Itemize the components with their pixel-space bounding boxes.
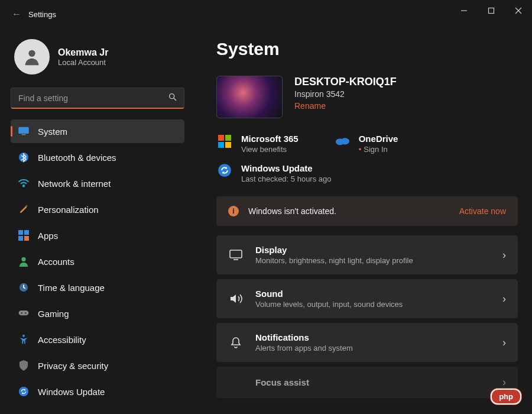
microsoft-logo-icon: [216, 134, 233, 148]
user-name: Okemwa Jr: [58, 47, 108, 58]
tile-windows-update[interactable]: Windows Update Last checked: 5 hours ago: [216, 163, 518, 183]
sidebar-item-accounts[interactable]: Accounts: [11, 250, 184, 273]
search-wrap: [11, 88, 184, 109]
display-icon: [228, 249, 244, 261]
svg-rect-14: [18, 236, 23, 241]
gamepad-icon: [18, 308, 30, 319]
sidebar-item-label: Network & internet: [38, 179, 111, 189]
rename-link[interactable]: Rename: [294, 101, 326, 111]
svg-point-25: [218, 164, 231, 177]
user-account-type: Local Account: [58, 58, 108, 67]
main: System DESKTOP-KROIQ1F Inspiron 3542 Ren…: [195, 28, 532, 414]
sidebar: Okemwa Jr Local Account System Bluetooth…: [0, 28, 195, 414]
card-title: Notifications: [255, 332, 491, 342]
tile-microsoft-365[interactable]: Microsoft 365 View benefits: [216, 134, 299, 154]
minimize-button[interactable]: [450, 0, 478, 21]
sidebar-item-label: Windows Update: [38, 387, 105, 397]
warning-icon: i: [228, 206, 239, 216]
wallpaper-thumbnail[interactable]: [216, 76, 283, 118]
svg-rect-15: [24, 236, 29, 241]
chevron-right-icon: ›: [502, 293, 506, 305]
svg-point-20: [25, 312, 27, 314]
tile-sub: •Sign In: [359, 145, 398, 154]
activate-now-link[interactable]: Activate now: [459, 206, 506, 216]
svg-point-19: [21, 312, 22, 314]
accessibility-icon: [18, 334, 30, 345]
card-sub: Volume levels, output, input, sound devi…: [255, 300, 491, 309]
card-notifications[interactable]: Notifications Alerts from apps and syste…: [216, 323, 518, 362]
card-title: Display: [255, 245, 491, 255]
update-circle-icon: [216, 163, 233, 177]
device-name: DESKTOP-KROIQ1F: [294, 76, 397, 88]
page-title: System: [216, 39, 518, 59]
sidebar-item-gaming[interactable]: Gaming: [11, 302, 184, 325]
svg-point-24: [340, 138, 349, 144]
activation-banner: i Windows isn't activated. Activate now: [216, 196, 518, 226]
tile-title: OneDrive: [359, 134, 398, 144]
shield-icon: [18, 360, 30, 371]
card-sub: Monitors, brightness, night light, displ…: [255, 256, 491, 265]
update-icon: [18, 386, 30, 397]
svg-rect-18: [19, 310, 29, 315]
svg-point-22: [19, 387, 28, 396]
sidebar-item-privacy[interactable]: Privacy & security: [11, 354, 184, 377]
chevron-right-icon: ›: [502, 249, 506, 261]
maximize-button[interactable]: [478, 0, 505, 21]
window-controls: [450, 0, 532, 21]
card-sound[interactable]: Sound Volume levels, output, input, soun…: [216, 279, 518, 318]
device-model: Inspiron 3542: [294, 89, 397, 99]
tile-onedrive[interactable]: OneDrive •Sign In: [334, 134, 398, 154]
sidebar-item-label: Personalization: [38, 205, 99, 215]
chevron-right-icon: ›: [502, 376, 506, 389]
card-sub: Alerts from apps and system: [255, 344, 491, 352]
clock-icon: [18, 282, 30, 293]
svg-rect-26: [230, 250, 242, 258]
svg-point-21: [22, 335, 25, 337]
sidebar-item-system[interactable]: System: [11, 119, 184, 143]
sound-icon: [228, 293, 244, 305]
sidebar-item-personalization[interactable]: Personalization: [11, 198, 184, 221]
sidebar-item-bluetooth[interactable]: Bluetooth & devices: [11, 145, 184, 169]
window-title: Settings: [28, 10, 56, 19]
search-input[interactable]: [11, 88, 184, 109]
sidebar-item-windows-update[interactable]: Windows Update: [11, 380, 184, 403]
sidebar-item-time-language[interactable]: Time & language: [11, 276, 184, 299]
close-button[interactable]: [505, 0, 532, 21]
bluetooth-icon: [18, 151, 30, 163]
sidebar-item-network[interactable]: Network & internet: [11, 172, 184, 195]
sidebar-item-label: Privacy & security: [38, 361, 108, 371]
moon-icon: [228, 377, 244, 389]
user-block[interactable]: Okemwa Jr Local Account: [14, 39, 184, 75]
svg-point-16: [21, 257, 25, 261]
svg-rect-1: [489, 8, 494, 14]
monitor-icon: [18, 125, 30, 137]
sidebar-item-label: Bluetooth & devices: [38, 153, 116, 163]
tile-sub: Last checked: 5 hours ago: [241, 174, 332, 183]
cloud-icon: [334, 134, 351, 145]
avatar: [14, 39, 50, 75]
person-icon: [18, 255, 30, 267]
svg-point-5: [170, 94, 174, 99]
sidebar-item-apps[interactable]: Apps: [11, 224, 184, 247]
sidebar-item-label: Accessibility: [38, 335, 86, 345]
card-display[interactable]: Display Monitors, brightness, night ligh…: [216, 235, 518, 274]
chevron-right-icon: ›: [502, 337, 506, 349]
wifi-icon: [18, 177, 30, 189]
device-block: DESKTOP-KROIQ1F Inspiron 3542 Rename: [216, 76, 518, 118]
tile-title: Microsoft 365: [241, 134, 299, 144]
status-tiles: Microsoft 365 View benefits OneDrive •Si…: [216, 134, 518, 154]
sidebar-item-label: Accounts: [38, 257, 74, 267]
svg-rect-7: [18, 127, 29, 134]
activation-message: Windows isn't activated.: [248, 206, 450, 216]
sidebar-item-label: Apps: [38, 231, 58, 241]
card-focus-assist[interactable]: Focus assist ›: [216, 367, 518, 398]
back-button[interactable]: ←: [5, 9, 28, 20]
card-title: Sound: [255, 289, 491, 299]
brush-icon: [18, 203, 30, 215]
svg-point-4: [28, 50, 35, 57]
watermark-badge: php: [491, 389, 521, 405]
sidebar-item-label: System: [38, 127, 67, 137]
sidebar-item-label: Gaming: [38, 309, 69, 319]
tile-title: Windows Update: [241, 163, 332, 173]
sidebar-item-accessibility[interactable]: Accessibility: [11, 328, 184, 351]
